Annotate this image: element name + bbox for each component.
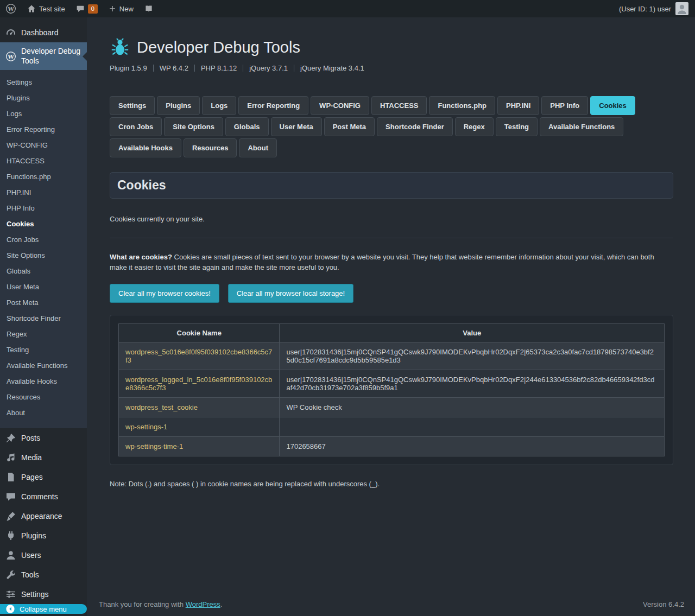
column-header-value: Value bbox=[280, 323, 665, 342]
menu-tools[interactable]: Tools bbox=[0, 565, 87, 585]
menu-comments[interactable]: Comments bbox=[0, 487, 87, 506]
menu-settings[interactable]: Settings bbox=[0, 585, 87, 604]
tab-functions-php[interactable]: Functions.php bbox=[429, 96, 495, 115]
tab-logs[interactable]: Logs bbox=[202, 96, 236, 115]
wordpress-logo-menu[interactable]: W bbox=[0, 0, 22, 17]
submenu-about[interactable]: About bbox=[0, 405, 87, 421]
cookie-name-cell: wp-settings-1 bbox=[119, 417, 280, 436]
tab-available-functions[interactable]: Available Functions bbox=[540, 117, 623, 136]
menu-media[interactable]: Media bbox=[0, 448, 87, 467]
new-label: New bbox=[119, 5, 134, 13]
comment-bubble-icon bbox=[76, 4, 85, 13]
menu-label: Users bbox=[21, 551, 41, 560]
wrench-icon bbox=[5, 569, 16, 580]
submenu-regex[interactable]: Regex bbox=[0, 326, 87, 342]
tab-error-reporting[interactable]: Error Reporting bbox=[238, 96, 308, 115]
menu-label: Dashboard bbox=[21, 28, 59, 37]
tab-htaccess[interactable]: HTACCESS bbox=[371, 96, 427, 115]
meta-divider bbox=[294, 65, 294, 72]
submenu-htaccess[interactable]: HTACCESS bbox=[0, 153, 87, 169]
divider bbox=[110, 238, 673, 238]
cookies-info-lead: What are cookies? bbox=[110, 253, 172, 261]
tab-post-meta[interactable]: Post Meta bbox=[324, 117, 375, 136]
main-content: Developer Debug Tools Plugin 1.5.9 WP 6.… bbox=[87, 0, 695, 616]
site-name-link[interactable]: Test site bbox=[22, 0, 71, 17]
site-name-label: Test site bbox=[39, 5, 65, 13]
cookie-name-cell: wordpress_5c016e8f0f95f039102cbe8366c5c7… bbox=[119, 342, 280, 370]
tab-cron-jobs[interactable]: Cron Jobs bbox=[110, 117, 162, 136]
submenu-wp-config[interactable]: WP-CONFIG bbox=[0, 137, 87, 153]
bug-logo-icon bbox=[110, 37, 130, 58]
collapse-label: Collapse menu bbox=[20, 605, 67, 613]
submenu-site-options[interactable]: Site Options bbox=[0, 247, 87, 263]
cookies-table: Cookie Name Value wordpress_5c016e8f0f95… bbox=[118, 323, 665, 456]
user-account-menu[interactable]: (User ID: 1) user bbox=[612, 0, 695, 17]
submenu-available-functions[interactable]: Available Functions bbox=[0, 358, 87, 373]
tab-globals[interactable]: Globals bbox=[225, 117, 269, 136]
cookie-value-cell: user|1702831436|15mj0CQnSP41gQCswk9J790I… bbox=[280, 342, 665, 370]
new-content-link[interactable]: New bbox=[103, 0, 139, 17]
plug-icon bbox=[5, 530, 16, 541]
wordpress-link[interactable]: WordPress bbox=[186, 600, 220, 608]
tab-php-ini[interactable]: PHP.INI bbox=[497, 96, 539, 115]
submenu-cookies[interactable]: Cookies bbox=[0, 216, 87, 232]
table-row: wp-settings-1 bbox=[119, 417, 665, 436]
menu-label: Plugins bbox=[21, 531, 46, 540]
menu-appearance[interactable]: Appearance bbox=[0, 506, 87, 526]
wordpress-icon: W bbox=[5, 51, 16, 62]
footer-thanks-suffix: . bbox=[220, 600, 223, 608]
tab-plugins[interactable]: Plugins bbox=[157, 96, 200, 115]
table-row: wp-settings-time-1 1702658667 bbox=[119, 436, 665, 456]
menu-plugins[interactable]: Plugins bbox=[0, 526, 87, 545]
submenu-plugins[interactable]: Plugins bbox=[0, 90, 87, 106]
tab-regex[interactable]: Regex bbox=[455, 117, 494, 136]
tab-testing[interactable]: Testing bbox=[496, 117, 538, 136]
submenu-logs[interactable]: Logs bbox=[0, 106, 87, 122]
tab-available-hooks[interactable]: Available Hooks bbox=[110, 138, 181, 157]
tab-cookies[interactable]: Cookies bbox=[590, 96, 635, 115]
footer-thanks-prefix: Thank you for creating with bbox=[99, 600, 186, 608]
menu-pages[interactable]: Pages bbox=[0, 467, 87, 487]
book-icon bbox=[144, 4, 153, 13]
svg-text:W: W bbox=[7, 6, 14, 12]
submenu-available-hooks[interactable]: Available Hooks bbox=[0, 373, 87, 389]
tab-php-info[interactable]: PHP Info bbox=[541, 96, 588, 115]
submenu-shortcode-finder[interactable]: Shortcode Finder bbox=[0, 310, 87, 326]
music-note-icon bbox=[5, 452, 16, 463]
avatar bbox=[675, 2, 688, 15]
cookie-name-cell: wp-settings-time-1 bbox=[119, 436, 280, 456]
submenu-cron-jobs[interactable]: Cron Jobs bbox=[0, 232, 87, 247]
submenu-user-meta[interactable]: User Meta bbox=[0, 279, 87, 295]
tab-user-meta[interactable]: User Meta bbox=[271, 117, 322, 136]
section-subtitle: Cookies currently on your site. bbox=[110, 215, 673, 223]
submenu-settings[interactable]: Settings bbox=[0, 74, 87, 90]
tab-shortcode-finder[interactable]: Shortcode Finder bbox=[377, 117, 453, 136]
cookies-info-body: Cookies are small pieces of text sent to… bbox=[110, 253, 654, 271]
table-row: wordpress_5c016e8f0f95f039102cbe8366c5c7… bbox=[119, 342, 665, 370]
submenu-testing[interactable]: Testing bbox=[0, 342, 87, 358]
cookie-name-cell: wordpress_test_cookie bbox=[119, 397, 280, 417]
submenu-globals[interactable]: Globals bbox=[0, 263, 87, 279]
submenu-post-meta[interactable]: Post Meta bbox=[0, 295, 87, 310]
clear-local-storage-button[interactable]: Clear all my browser local storage! bbox=[228, 284, 353, 303]
menu-posts[interactable]: Posts bbox=[0, 428, 87, 448]
tab-resources[interactable]: Resources bbox=[184, 138, 237, 157]
tab-about[interactable]: About bbox=[239, 138, 277, 157]
comments-bar-link[interactable]: 0 bbox=[71, 0, 103, 17]
page-title: Developer Debug Tools bbox=[137, 39, 300, 56]
menu-users[interactable]: Users bbox=[0, 545, 87, 565]
plugin-bar-item[interactable] bbox=[139, 0, 159, 17]
menu-dashboard[interactable]: Dashboard bbox=[0, 23, 87, 42]
menu-developer-debug-tools[interactable]: W Developer Debug Tools bbox=[0, 42, 87, 70]
tab-settings[interactable]: Settings bbox=[110, 96, 155, 115]
submenu-error-reporting[interactable]: Error Reporting bbox=[0, 122, 87, 137]
clear-cookies-button[interactable]: Clear all my browser cookies! bbox=[110, 284, 219, 303]
tab-site-options[interactable]: Site Options bbox=[164, 117, 223, 136]
submenu-php-info[interactable]: PHP Info bbox=[0, 200, 87, 216]
collapse-menu-button[interactable]: Collapse menu bbox=[0, 604, 87, 614]
plus-icon bbox=[109, 5, 116, 12]
submenu-functions-php[interactable]: Functions.php bbox=[0, 169, 87, 185]
submenu-php-ini[interactable]: PHP.INI bbox=[0, 185, 87, 200]
tab-wp-config[interactable]: WP-CONFIG bbox=[311, 96, 369, 115]
submenu-resources[interactable]: Resources bbox=[0, 389, 87, 405]
